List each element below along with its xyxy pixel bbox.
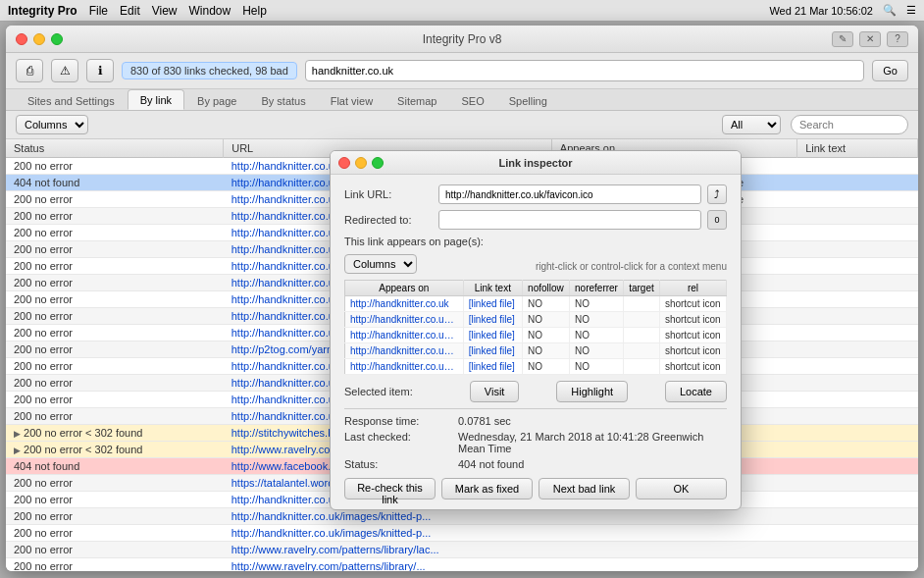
modal-max-btn[interactable] [372, 157, 384, 169]
col-target[interactable]: target [624, 281, 660, 296]
copy-url-btn[interactable]: ⤴ [707, 184, 727, 204]
cell-url: http://handknitter.co.uk/images/knitted-… [224, 525, 552, 542]
modal-cell-nofollow: NO [522, 343, 569, 359]
cell-linktext [797, 175, 918, 191]
modal-table-row[interactable]: http://handknitter.co.uk/index.html[link… [345, 328, 727, 343]
cell-status: 200 no error [6, 342, 224, 358]
appears-header-row: This link appears on page(s): [344, 236, 727, 251]
response-time-label: Response time: [344, 415, 452, 427]
info-btn[interactable]: ℹ [86, 59, 114, 82]
tab-spelling[interactable]: Spelling [497, 91, 559, 110]
close-button[interactable] [16, 33, 27, 45]
col-appears-on[interactable]: Appears on [345, 281, 464, 296]
modal-cell-nofollow: NO [522, 312, 569, 328]
url-input[interactable] [305, 60, 864, 81]
modal-cell-target [624, 296, 660, 312]
table-row[interactable]: 200 no errorhttp://handknitter.co.uk/ima… [6, 508, 918, 525]
cell-linktext [797, 442, 918, 458]
mark-fixed-btn[interactable]: Mark as fixed [441, 478, 533, 499]
modal-cell-link_text: [linked file] [463, 296, 522, 312]
cell-linktext [797, 275, 918, 291]
toolbar-btn-1[interactable]: ✎ [832, 31, 853, 47]
modal-close-btn[interactable] [338, 157, 350, 169]
search-input[interactable] [791, 115, 908, 134]
appears-table: Appears on Link text nofollow noreferrer… [344, 280, 727, 375]
tab-by-link[interactable]: By link [128, 89, 184, 110]
status-row: Status: 404 not found [344, 458, 727, 470]
go-button[interactable]: Go [872, 60, 908, 81]
cell-status: 200 no error [6, 508, 224, 525]
modal-actions: Re-check this link Mark as fixed Next ba… [344, 478, 727, 499]
col-link-text[interactable]: Link text [463, 281, 522, 296]
cell-linktext [797, 408, 918, 425]
col-rel[interactable]: rel [659, 281, 726, 296]
col-noreferrer[interactable]: noreferrer [569, 281, 623, 296]
link-url-input[interactable] [438, 184, 701, 204]
status-value: 404 not found [458, 458, 524, 470]
toolbar-btn-2[interactable]: ✕ [859, 31, 881, 47]
cell-status: 200 no error [6, 275, 224, 291]
tab-sites-settings[interactable]: Sites and Settings [16, 91, 127, 110]
visit-btn[interactable]: Visit [470, 381, 520, 402]
modal-divider [344, 408, 727, 409]
cell-status: 200 no error [6, 291, 224, 308]
cell-status: 200 no error [6, 308, 224, 325]
table-row[interactable]: 200 no errorhttp://handknitter.co.uk/ima… [6, 525, 918, 542]
columns-select[interactable]: Columns [16, 115, 88, 134]
modal-table-row[interactable]: http://handknitter.co.uk/knitting_needle… [345, 343, 727, 359]
tab-by-page[interactable]: By page [185, 91, 248, 110]
cell-status: 200 no error [6, 258, 224, 275]
appears-label: This link appears on page(s): [344, 236, 484, 247]
search-icon[interactable]: 🔍 [883, 4, 897, 17]
modal-table-row[interactable]: http://handknitter.co.uk[linked file]NON… [345, 296, 727, 312]
tab-flat-view[interactable]: Flat view [319, 91, 385, 110]
filter-select[interactable]: All [722, 115, 781, 134]
app-name: Integrity Pro [8, 4, 77, 18]
ok-btn[interactable]: OK [636, 478, 727, 499]
maximize-button[interactable] [51, 33, 63, 45]
table-row[interactable]: 200 no errorhttp://www.ravelry.com/patte… [6, 558, 918, 572]
locate-btn[interactable]: Locate [665, 381, 727, 402]
recheck-btn[interactable]: Re-check this link [344, 478, 436, 499]
modal-cell-rel: shortcut icon [659, 328, 726, 343]
selected-item-row: Selected item: Visit Highlight Locate [344, 381, 727, 402]
redirected-input[interactable] [438, 210, 701, 230]
modal-cell-appears: http://handknitter.co.uk/about_me.html [345, 312, 464, 328]
cell-status: 200 no error [6, 558, 224, 572]
modal-columns-select[interactable]: Columns [344, 254, 417, 274]
cell-linktext [797, 358, 918, 375]
modal-table-row[interactable]: http://handknitter.co.uk/about_me.html[l… [345, 312, 727, 328]
menu-help[interactable]: Help [242, 4, 267, 18]
tab-seo[interactable]: SEO [449, 91, 495, 110]
cell-linktext [797, 425, 918, 442]
modal-cell-link_text: [linked file] [463, 328, 522, 343]
minimize-button[interactable] [33, 33, 45, 45]
toolbar-btn-3[interactable]: ? [887, 31, 908, 47]
cell-linktext [797, 508, 918, 525]
modal-min-btn[interactable] [355, 157, 367, 169]
col-linktext[interactable]: Link text [797, 139, 918, 158]
menu-edit[interactable]: Edit [120, 4, 140, 18]
table-row[interactable]: 200 no errorhttp://www.ravelry.com/patte… [6, 542, 918, 558]
menu-window[interactable]: Window [189, 4, 231, 18]
cell-linktext [797, 291, 918, 308]
modal-cell-target [624, 328, 660, 343]
menu-file[interactable]: File [89, 4, 108, 18]
tab-by-status[interactable]: By status [249, 91, 317, 110]
tab-sitemap[interactable]: Sitemap [385, 91, 448, 110]
cell-linktext [797, 342, 918, 358]
col-status[interactable]: Status [6, 139, 224, 158]
col-nofollow[interactable]: nofollow [522, 281, 569, 296]
modal-table-row[interactable]: http://handknitter.co.uk/knitting_abbrev… [345, 359, 727, 375]
next-bad-btn[interactable]: Next bad link [539, 478, 630, 499]
redirected-row: Redirected to: 0 [344, 210, 727, 230]
menu-view[interactable]: View [152, 4, 178, 18]
warn-btn[interactable]: ⚠ [51, 59, 78, 82]
highlight-btn[interactable]: Highlight [556, 381, 628, 402]
menu-icon[interactable]: ☰ [906, 4, 916, 17]
cell-linktext [797, 308, 918, 325]
print-btn[interactable]: ⎙ [16, 59, 43, 82]
modal-cell-noreferrer: NO [569, 312, 623, 328]
main-window: Integrity Pro v8 ✎ ✕ ? ⎙ ⚠ ℹ 830 of 830 … [6, 26, 918, 571]
cell-linktext [797, 475, 918, 492]
